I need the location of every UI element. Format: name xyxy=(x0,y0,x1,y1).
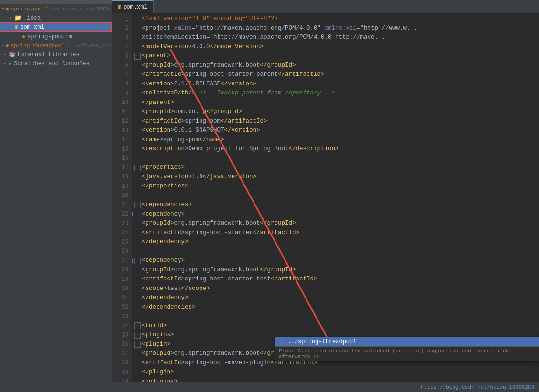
tree-item-pom-xml[interactable]: m pom.xml xyxy=(0,22,112,32)
line-number-37: 37 xyxy=(112,349,128,359)
code-line-18: <java.version>1.8</java.version> xyxy=(134,173,537,182)
gutter-icon-27: ⬤ xyxy=(132,257,133,265)
code-text-3: xsi:schemaLocation="http://maven.apache.… xyxy=(142,33,385,42)
code-content[interactable]: <?xml version="1.0" encoding="UTF-8"?><p… xyxy=(132,13,539,382)
code-line-5: − <parent> xyxy=(134,52,537,61)
line-number-11: 11 xyxy=(112,107,128,117)
code-line-8: <version>2.1.2.RELEASE</version> xyxy=(134,80,537,89)
code-text-32: </dependencies> xyxy=(142,303,196,312)
code-text-15: <description>Demo project for Spring Boo… xyxy=(142,144,339,154)
tree-item-spring-pom[interactable]: ▾ ◆ spring-pom C:\software_study\IDEAwor… xyxy=(0,4,112,13)
line-number-9: 9 xyxy=(112,89,128,98)
line-number-6: 6 xyxy=(112,61,128,71)
editor-area: m pom.xml 123456789101112131415161718192… xyxy=(112,0,539,392)
code-line-9: <relativePath/> <!-- lookup parent from … xyxy=(134,89,537,98)
spring-pom-iml-label: spring-pom.iml xyxy=(27,33,75,40)
line-number-33: 33 xyxy=(112,312,128,321)
code-text-28: <groupId>org.springframework.boot</group… xyxy=(142,266,296,275)
line-number-29: 29 xyxy=(112,275,128,284)
code-line-11: <groupId>com.cn.lg</groupId> xyxy=(134,107,537,117)
tab-bar: m pom.xml xyxy=(112,0,539,13)
tree-item-idea[interactable]: ▸ 📁 .idea xyxy=(0,13,112,22)
autocomplete-hint-text: Press Ctrl+. to choose the selected (or … xyxy=(279,348,512,360)
code-line-19: </properties> xyxy=(134,182,537,191)
code-line-7: <artifactId>spring-boot-starter-parent</… xyxy=(134,70,537,80)
code-text-36: <plugin> xyxy=(142,340,170,349)
gutter-icon-22: ⬤ xyxy=(132,210,133,218)
fold-marker-34[interactable]: − xyxy=(134,322,141,329)
line-number-8: 8 xyxy=(112,80,128,89)
tree-item-external-libraries[interactable]: ▸ 📚 External Libraries xyxy=(0,50,112,59)
code-text-29: <artifactId>spring-boot-starter-test</ar… xyxy=(142,275,317,284)
code-line-2: <project xmlns="http://maven.apache.org/… xyxy=(134,24,537,33)
code-text-25: </dependency> xyxy=(142,237,189,247)
idea-label: .idea xyxy=(23,15,41,21)
line-number-19: 19 xyxy=(112,182,128,191)
fold-marker-5[interactable]: − xyxy=(134,53,141,60)
code-text-14: <name>spring-pom</name> xyxy=(142,135,224,144)
code-text-4: <modelVersion>4.0.0</modelVersion> xyxy=(142,42,264,52)
code-line-25: </dependency> xyxy=(134,237,537,247)
no-arrow-pom xyxy=(8,24,14,30)
line-number-3: 3 xyxy=(112,33,128,42)
code-line-3: xsi:schemaLocation="http://maven.apache.… xyxy=(134,33,537,42)
tab-icon-pom: m xyxy=(118,4,121,10)
folder-icon-idea: 📁 xyxy=(14,14,21,21)
line-number-36: 36 xyxy=(112,340,128,350)
code-line-17: − <properties> xyxy=(134,163,537,173)
project-icon: ◆ xyxy=(5,5,9,12)
fold-marker-35[interactable]: − xyxy=(134,332,141,339)
tree-item-spring-pom-iml[interactable]: ◆ spring-pom.iml xyxy=(0,32,112,41)
line-number-31: 31 xyxy=(112,293,128,303)
fold-marker-27[interactable]: − xyxy=(134,258,141,264)
status-bar: https://blog.csdn.net/baidu_18696283 xyxy=(112,382,539,392)
line-number-7: 7 xyxy=(112,70,128,80)
code-line-26 xyxy=(134,247,537,257)
line-number-28: 28 xyxy=(112,266,128,275)
line-number-4: 4 xyxy=(112,42,128,52)
autocomplete-item[interactable]: ◇ ../spring-threadpool xyxy=(275,337,539,346)
tree-item-scratches[interactable]: ▸ ✏ Scratches and Consoles xyxy=(0,59,112,68)
fold-marker-21[interactable]: − xyxy=(134,202,141,208)
status-link[interactable]: https://blog.csdn.net/baidu_18696283 xyxy=(421,384,534,390)
code-line-21: − <dependencies> xyxy=(134,200,537,210)
line-number-35: 35 xyxy=(112,330,128,340)
fold-marker-17[interactable]: − xyxy=(134,165,141,171)
code-line-4: <modelVersion>4.0.0</modelVersion> xyxy=(134,42,537,52)
autocomplete-hint: Press Ctrl+. to choose the selected (or … xyxy=(275,346,539,361)
line-number-26: 26 xyxy=(112,247,128,257)
code-text-31: </dependency> xyxy=(142,293,189,302)
project-icon-threadpool: ◆ xyxy=(5,42,9,49)
tab-pom-xml[interactable]: m pom.xml xyxy=(112,0,154,13)
line-number-21: 21 xyxy=(112,200,128,210)
code-text-9: <relativePath/> <!-- lookup parent from … xyxy=(142,89,335,98)
line-number-18: 18 xyxy=(112,173,128,182)
code-text-30: <scope>test</scope> xyxy=(142,284,210,293)
line-number-1: 1 xyxy=(112,14,128,24)
code-line-34: − <build> xyxy=(134,321,537,331)
line-number-38: 38 xyxy=(112,359,128,368)
code-line-32: </dependencies> xyxy=(134,303,537,312)
scratches-icon: ✏ xyxy=(9,60,12,67)
fold-marker-36[interactable]: − xyxy=(134,341,141,348)
file-icon-pom: m xyxy=(15,24,18,31)
code-line-23: <groupId>org.springframework.boot</group… xyxy=(134,219,537,228)
code-text-40: </plugins> xyxy=(142,377,178,382)
code-area[interactable]: 1234567891011121314151617181920212223242… xyxy=(112,13,539,382)
code-text-21: <dependencies> xyxy=(142,200,192,209)
line-number-10: 10 xyxy=(112,98,128,108)
status-url: https://blog.csdn.net/baidu_18696283 xyxy=(421,384,534,390)
line-number-22: 22 xyxy=(112,210,128,219)
tree-item-spring-threadpool[interactable]: ▾ ◆ spring-threadpool C:\software_study\… xyxy=(0,41,112,50)
code-line-16 xyxy=(134,154,537,164)
code-text-39: </plugin> xyxy=(142,368,174,377)
code-text-13: <version>0.0.1-SNAPSHOT</version> xyxy=(142,126,260,135)
code-text-17: <properties> xyxy=(142,163,185,172)
file-icon-iml: ◆ xyxy=(22,33,25,40)
line-number-17: 17 xyxy=(112,163,128,173)
line-number-30: 30 xyxy=(112,284,128,294)
code-text-22: <dependency> xyxy=(142,210,185,219)
line-number-40: 40 xyxy=(112,377,128,382)
no-arrow-iml xyxy=(15,34,21,40)
line-number-27: 27 xyxy=(112,256,128,266)
